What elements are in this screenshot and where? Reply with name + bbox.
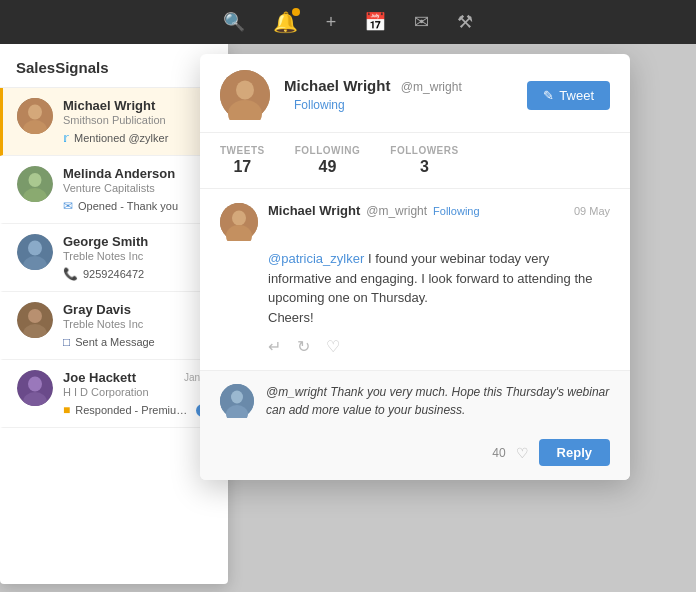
reply-button[interactable]: Reply: [539, 439, 610, 466]
svg-point-1: [28, 105, 42, 120]
tweets-label: TWEETS: [220, 145, 265, 156]
tweet-actions: ↵ ↻ ♡: [268, 337, 610, 356]
contact-info-michael: Michael Wright Smithson Publication 𝕣 Me…: [63, 98, 214, 145]
avatar-gray: [17, 302, 53, 338]
email-icon: ✉: [63, 199, 73, 213]
twitter-stats: TWEETS 17 FOLLOWING 49 FOLLOWERS 3: [200, 133, 630, 189]
tweet-body: @patricia_zylker I found your webinar to…: [268, 249, 610, 327]
twitter-profile-avatar: [220, 70, 270, 120]
tweet-icon: ✎: [543, 88, 554, 103]
reply-meta: 40 ♡ Reply: [200, 431, 630, 480]
contact-name-gray: Gray Davis: [63, 302, 214, 317]
avatar-michael: [17, 98, 53, 134]
contact-action-gray: □ Sent a Message: [63, 335, 214, 349]
contact-company-gray: Treble Notes Inc: [63, 318, 214, 330]
search-icon[interactable]: 🔍: [223, 11, 245, 33]
followers-value: 3: [420, 158, 429, 176]
contact-info-joe: Joe Hackett Jan 20 H I D Corporation ■ R…: [63, 370, 214, 417]
main-area: SalesSignals ✕ Michael Wright Smithson P…: [0, 44, 696, 592]
tweet-retweet-icon[interactable]: ↻: [297, 337, 310, 356]
tweet-meta: Michael Wright @m_wright Following 09 Ma…: [268, 203, 610, 218]
stat-followers: FOLLOWERS 3: [390, 145, 458, 176]
contact-company-melinda: Venture Capitalists: [63, 182, 214, 194]
twitter-user-info: Michael Wright @m_wright Following: [284, 77, 513, 113]
svg-point-13: [28, 377, 42, 392]
followers-label: FOLLOWERS: [390, 145, 458, 156]
action-text-melinda: Opened - Thank you: [78, 200, 178, 212]
following-value: 49: [319, 158, 337, 176]
plus-icon[interactable]: +: [326, 12, 337, 33]
tweet-following: Following: [433, 205, 479, 217]
panel-header: SalesSignals ✕: [0, 44, 228, 88]
tweet-post-avatar: [220, 203, 258, 241]
mail-icon[interactable]: ✉: [414, 11, 429, 33]
twitter-profile-name: Michael Wright: [284, 77, 390, 94]
tweet-handle: @m_wright: [366, 204, 427, 218]
action-text-george: 9259246472: [83, 268, 144, 280]
action-text-michael: Mentioned @zylker: [74, 132, 168, 144]
avatar-george: [17, 234, 53, 270]
stat-tweets: TWEETS 17: [220, 145, 265, 176]
tweet-date: 09 May: [574, 205, 610, 217]
tweet-like-icon[interactable]: ♡: [326, 337, 340, 356]
contact-item-gray[interactable]: Gray Davis Treble Notes Inc □ Sent a Mes…: [0, 292, 228, 360]
phone-icon: 📞: [63, 267, 78, 281]
action-text-gray: Sent a Message: [75, 336, 155, 348]
tweet-mention: @patricia_zylker: [268, 251, 364, 266]
svg-point-22: [231, 391, 243, 404]
store-icon: ■: [63, 403, 70, 417]
tweet-button[interactable]: ✎ Tweet: [527, 81, 610, 110]
contact-info-george: George Smith Treble Notes Inc 📞 92592464…: [63, 234, 214, 281]
action-text-joe: Responded - Premium Store - Fee...: [75, 404, 191, 416]
contact-info-melinda: Melinda Anderson Venture Capitalists ✉ O…: [63, 166, 214, 213]
top-navigation: 🔍 🔔 + 📅 ✉ ⚒: [0, 0, 696, 44]
reply-avatar: [220, 384, 254, 418]
settings-icon[interactable]: ⚒: [457, 11, 473, 33]
twitter-profile-handle: @m_wright: [401, 80, 462, 94]
twitter-following-label: Following: [294, 98, 345, 112]
contact-company-michael: Smithson Publication: [63, 114, 214, 126]
avatar-melinda: [17, 166, 53, 202]
panel-title: SalesSignals: [16, 59, 109, 76]
tweets-value: 17: [233, 158, 251, 176]
svg-point-10: [28, 309, 42, 323]
contact-action-george: 📞 9259246472: [63, 267, 214, 281]
twitter-icon: 𝕣: [63, 131, 69, 145]
contact-action-melinda: ✉ Opened - Thank you: [63, 199, 214, 213]
contact-name-michael: Michael Wright: [63, 98, 214, 113]
reply-count: 40: [492, 446, 505, 460]
avatar-joe: [17, 370, 53, 406]
tweet-post-header: Michael Wright @m_wright Following 09 Ma…: [220, 203, 610, 241]
svg-point-4: [29, 173, 42, 187]
contact-name-george: George Smith: [63, 234, 214, 249]
contact-company-george: Treble Notes Inc: [63, 250, 214, 262]
contact-company-joe: H I D Corporation: [63, 386, 214, 398]
tweet-btn-label: Tweet: [559, 88, 594, 103]
like-icon[interactable]: ♡: [516, 445, 529, 461]
contact-item-george[interactable]: George Smith Treble Notes Inc 📞 92592464…: [0, 224, 228, 292]
svg-point-19: [232, 211, 246, 226]
bell-icon[interactable]: 🔔: [273, 10, 298, 34]
tweet-reply-icon[interactable]: ↵: [268, 337, 281, 356]
stat-following: FOLLOWING 49: [295, 145, 361, 176]
contact-name-melinda: Melinda Anderson: [63, 166, 214, 181]
svg-point-16: [236, 81, 254, 100]
contact-name-joe: Joe Hackett: [63, 370, 136, 385]
contact-item-melinda[interactable]: Melinda Anderson Venture Capitalists ✉ O…: [0, 156, 228, 224]
reply-section: @m_wright Thank you very much. Hope this…: [200, 371, 630, 431]
contact-item-joe[interactable]: Joe Hackett Jan 20 H I D Corporation ■ R…: [0, 360, 228, 428]
tweet-username: Michael Wright: [268, 203, 360, 218]
contact-action-michael: 𝕣 Mentioned @zylker: [63, 131, 214, 145]
twitter-profile-header: Michael Wright @m_wright Following ✎ Twe…: [200, 54, 630, 133]
sales-signals-panel: SalesSignals ✕ Michael Wright Smithson P…: [0, 44, 228, 584]
contact-info-gray: Gray Davis Treble Notes Inc □ Sent a Mes…: [63, 302, 214, 349]
contact-item-michael[interactable]: Michael Wright Smithson Publication 𝕣 Me…: [0, 88, 228, 156]
twitter-panel: Michael Wright @m_wright Following ✎ Twe…: [200, 54, 630, 480]
reply-text: @m_wright Thank you very much. Hope this…: [266, 383, 610, 419]
facebook-icon: □: [63, 335, 70, 349]
tweet-post-1: Michael Wright @m_wright Following 09 Ma…: [200, 189, 630, 371]
svg-point-7: [28, 241, 42, 256]
contact-action-joe: ■ Responded - Premium Store - Fee... 4: [63, 403, 214, 417]
calendar-icon[interactable]: 📅: [364, 11, 386, 33]
following-label: FOLLOWING: [295, 145, 361, 156]
